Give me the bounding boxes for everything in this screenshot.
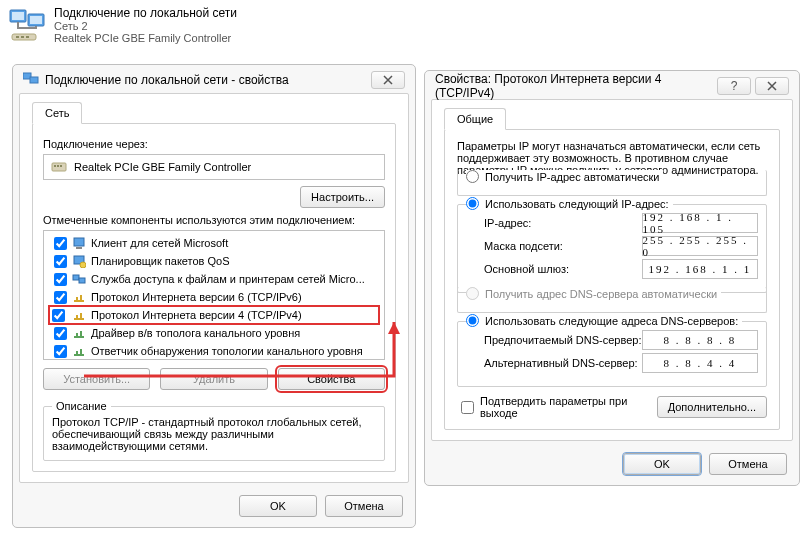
help-button[interactable]: ? [717, 77, 751, 95]
radio-auto-ip[interactable] [466, 170, 479, 183]
list-item: Протокол Интернета версии 6 (TCP/IPv6) [44, 288, 384, 306]
ip-label: IP-адрес: [484, 217, 642, 229]
svg-rect-1 [12, 12, 24, 20]
install-button[interactable]: Установить... [43, 368, 150, 390]
connection-header: Подключение по локальной сети Сеть 2 Rea… [4, 4, 803, 44]
nic-icon [50, 158, 68, 176]
component-checkbox[interactable] [54, 291, 67, 304]
dns1-input[interactable]: 8 . 8 . 8 . 8 [642, 330, 758, 350]
cancel-button[interactable]: Отмена [709, 453, 787, 475]
svg-rect-13 [60, 165, 62, 167]
list-item: Клиент для сетей Microsoft [44, 234, 384, 252]
network-adapter-icon [8, 7, 48, 43]
svg-rect-18 [73, 275, 79, 280]
protocol-icon [71, 307, 87, 323]
components-label: Отмеченные компоненты используются этим … [43, 214, 385, 226]
radio-auto-dns [466, 287, 479, 300]
remove-button[interactable]: Удалить [160, 368, 267, 390]
svg-rect-7 [26, 36, 29, 38]
svg-rect-5 [16, 36, 19, 38]
dialog-title: Свойства: Протокол Интернета версии 4 (T… [435, 72, 717, 100]
close-button[interactable] [755, 77, 789, 95]
svg-rect-19 [79, 278, 85, 283]
connection-network: Сеть 2 [54, 20, 237, 32]
connection-title: Подключение по локальной сети [54, 6, 237, 20]
svg-rect-3 [30, 16, 42, 24]
svg-rect-6 [21, 36, 24, 38]
advanced-button[interactable]: Дополнительно... [657, 396, 767, 418]
adapter-name: Realtek PCIe GBE Family Controller [74, 161, 251, 173]
network-adapter-small-icon [23, 72, 39, 88]
component-checkbox[interactable] [54, 237, 67, 250]
responder-icon [71, 343, 87, 359]
description-text: Протокол TCP/IP - стандартный протокол г… [52, 416, 376, 452]
connection-properties-dialog: Подключение по локальной сети - свойства… [12, 64, 416, 528]
confirm-checkbox[interactable] [461, 401, 474, 414]
connection-adapter: Realtek PCIe GBE Family Controller [54, 32, 237, 44]
properties-button[interactable]: Свойства [278, 368, 385, 390]
component-checkbox[interactable] [52, 309, 65, 322]
radio-manual-dns[interactable] [466, 314, 479, 327]
cancel-button[interactable]: Отмена [325, 495, 403, 517]
file-share-icon [71, 271, 87, 287]
dns2-label: Альтернативный DNS-сервер: [484, 357, 642, 369]
list-item: Служба доступа к файлам и принтерам сете… [44, 270, 384, 288]
dialog-title: Подключение по локальной сети - свойства [45, 73, 289, 87]
client-icon [71, 235, 87, 251]
component-checkbox[interactable] [54, 327, 67, 340]
mask-input[interactable]: 255 . 255 . 255 . 0 [642, 236, 758, 256]
ok-button[interactable]: OK [239, 495, 317, 517]
gateway-input[interactable]: 192 . 168 . 1 . 1 [642, 259, 758, 279]
components-list[interactable]: Клиент для сетей Microsoft Планировщик п… [43, 230, 385, 360]
svg-point-17 [80, 262, 86, 268]
svg-rect-12 [57, 165, 59, 167]
tab-general[interactable]: Общие [444, 108, 506, 130]
dns2-input[interactable]: 8 . 8 . 4 . 4 [642, 353, 758, 373]
svg-rect-11 [54, 165, 56, 167]
list-item: Ответчик обнаружения топологии канальног… [44, 342, 384, 360]
gateway-label: Основной шлюз: [484, 263, 642, 275]
qos-icon [71, 253, 87, 269]
svg-rect-9 [30, 77, 38, 83]
tab-network[interactable]: Сеть [32, 102, 82, 124]
svg-rect-15 [76, 247, 82, 249]
protocol-icon [71, 289, 87, 305]
description-legend: Описание [52, 400, 111, 412]
component-checkbox[interactable] [54, 345, 67, 358]
list-item: Планировщик пакетов QoS [44, 252, 384, 270]
list-item: Драйвер в/в тополога канального уровня [44, 324, 384, 342]
ip-input[interactable]: 192 . 168 . 1 . 105 [642, 213, 758, 233]
dns1-label: Предпочитаемый DNS-сервер: [484, 334, 642, 346]
component-checkbox[interactable] [54, 255, 67, 268]
list-item-selected: Протокол Интернета версии 4 (TCP/IPv4) [48, 305, 380, 325]
mask-label: Маска подсети: [484, 240, 642, 252]
close-button[interactable] [371, 71, 405, 89]
ok-button[interactable]: OK [623, 453, 701, 475]
ipv4-properties-dialog: Свойства: Протокол Интернета версии 4 (T… [424, 70, 800, 486]
confirm-label: Подтвердить параметры при выходе [480, 395, 657, 419]
configure-button[interactable]: Настроить... [300, 186, 385, 208]
svg-rect-14 [74, 238, 84, 246]
component-checkbox[interactable] [54, 273, 67, 286]
driver-icon [71, 325, 87, 341]
connect-through-label: Подключение через: [43, 138, 385, 150]
radio-auto-ip-row: Получить IP-адрес автоматически [466, 170, 663, 183]
adapter-field: Realtek PCIe GBE Family Controller [43, 154, 385, 180]
radio-manual-ip[interactable] [466, 197, 479, 210]
help-icon: ? [731, 79, 738, 93]
